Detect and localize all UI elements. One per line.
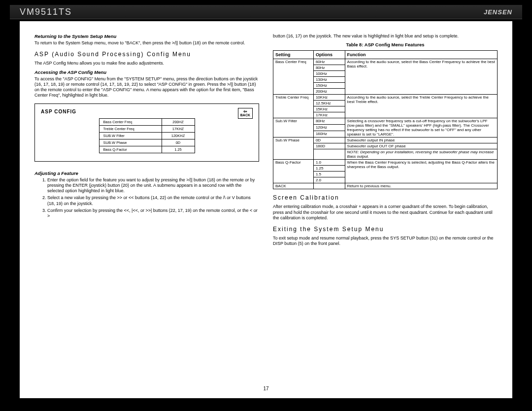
access-heading: Accessing the ASP Config Menu xyxy=(34,69,259,75)
asp-row-label: Treble Center Freq xyxy=(99,125,162,132)
left-column: Returning to the System Setup Menu To re… xyxy=(34,34,259,250)
asp-row-value: 120KHZ xyxy=(162,132,195,139)
option-cell: 1.25 xyxy=(313,166,345,171)
cont-text: button (16, 17) on the joystick. The new… xyxy=(273,34,498,39)
table-caption: Table 8: ASP Config Menu Features xyxy=(273,42,498,47)
screen-cal-heading: Screen Calibration xyxy=(273,194,498,201)
setting-cell: Bass Center Freq xyxy=(273,59,314,95)
asp-row-value: 17KHZ xyxy=(162,125,195,132)
option-cell: 120Hz xyxy=(313,125,345,131)
header-bar: VM9511TS JENSEN xyxy=(10,5,522,19)
asp-heading: ASP (Audio Sound Processing) Config Menu xyxy=(34,51,259,58)
adjust-list: Enter the option field for the feature y… xyxy=(34,177,259,219)
th-options: Options xyxy=(313,51,345,59)
asp-box-title: ASP CONFIG xyxy=(41,109,253,114)
option-cell: 80Hz xyxy=(313,65,345,71)
page-number: 17 xyxy=(20,386,512,391)
asp-row-value: 1.25 xyxy=(162,146,195,153)
option-cell: 1.0 xyxy=(313,160,345,166)
function-cell: Subwoofer output OUT OF phase xyxy=(345,143,497,149)
asp-row-label: SUB.W Filter xyxy=(99,132,162,139)
exit-text: To exit setup mode and resume normal pla… xyxy=(273,236,498,247)
option-cell: 200Hz xyxy=(313,89,345,95)
returning-text: To return to the System Setup menu, move… xyxy=(34,40,259,46)
asp-row-value: 0D xyxy=(162,139,195,146)
screen-cal-text: After entering calibration mode, a cross… xyxy=(273,204,498,221)
returning-heading: Returning to the System Setup Menu xyxy=(34,34,259,39)
function-cell: Subwoofer output IN phase xyxy=(345,137,497,143)
option-cell xyxy=(313,183,345,189)
option-cell: 100Hz xyxy=(313,71,345,77)
setting-cell: Sub.W Phase xyxy=(273,137,314,160)
function-cell: NOTE: Depending on your installation, re… xyxy=(345,149,497,160)
option-cell xyxy=(313,149,345,160)
option-cell: 130Hz xyxy=(313,77,345,83)
model-number: VM9511TS xyxy=(20,7,72,17)
adjust-heading: Adjusting a Feature xyxy=(34,171,259,176)
option-cell: 12.5KHz xyxy=(313,101,345,106)
asp-row-label: SUB.W Phase xyxy=(99,139,162,146)
setting-cell: Treble Center Freq xyxy=(273,95,314,118)
asp-config-box: ASP CONFIG ⇦ BACK Bass Center Freq200HZT… xyxy=(34,103,259,162)
brand-logo: JENSEN xyxy=(484,8,512,16)
asp-row-label: Bass Q-Factor xyxy=(99,146,162,153)
function-cell: Selecting a crossover frequency sets a c… xyxy=(345,118,497,137)
option-cell: 60Hz xyxy=(313,59,345,65)
function-cell: According to the audio source, select th… xyxy=(345,59,497,95)
function-cell: When the Bass Center Frequency is select… xyxy=(345,160,497,183)
option-cell: 80Hz xyxy=(313,118,345,125)
option-cell: 17KHz xyxy=(313,112,345,118)
list-item: Select a new value by pressing the >> or… xyxy=(47,195,259,206)
function-cell: Return to previous menu. xyxy=(345,183,497,189)
list-item: Enter the option field for the feature y… xyxy=(47,177,259,194)
setting-cell: Bass Q-Factor xyxy=(273,160,314,183)
exit-heading: Exiting the System Setup Menu xyxy=(273,226,498,233)
asp-row-label: Bass Center Freq xyxy=(99,118,162,125)
option-cell: 150Hz xyxy=(313,83,345,89)
setting-cell: Sub.W Filter xyxy=(273,118,314,137)
option-cell: 2.0 xyxy=(313,177,345,183)
list-item: Confirm your selection by pressing the <… xyxy=(47,208,259,219)
back-button: ⇦ BACK xyxy=(238,108,253,119)
access-text: To access the "ASP CONFIG" Menu from the… xyxy=(34,76,259,99)
asp-text: The ASP Config Menu allows you to make f… xyxy=(34,61,259,66)
asp-mini-table: Bass Center Freq200HZTreble Center Freq1… xyxy=(99,118,195,153)
th-setting: Setting xyxy=(273,51,314,59)
setting-cell: BACK xyxy=(273,183,314,189)
option-cell: 180D xyxy=(313,143,345,149)
page-content: Returning to the System Setup Menu To re… xyxy=(20,21,512,398)
option-cell: 0D xyxy=(313,137,345,143)
feature-table: Setting Options Function Bass Center Fre… xyxy=(273,50,498,189)
option-cell: 160Hz xyxy=(313,131,345,137)
th-function: Function xyxy=(345,51,497,59)
option-cell: 10KHz xyxy=(313,95,345,101)
right-column: button (16, 17) on the joystick. The new… xyxy=(273,34,498,250)
asp-row-value: 200HZ xyxy=(162,118,195,125)
function-cell: According to the audio source, select th… xyxy=(345,95,497,118)
option-cell: 15KHz xyxy=(313,106,345,112)
option-cell: 1.5 xyxy=(313,171,345,177)
